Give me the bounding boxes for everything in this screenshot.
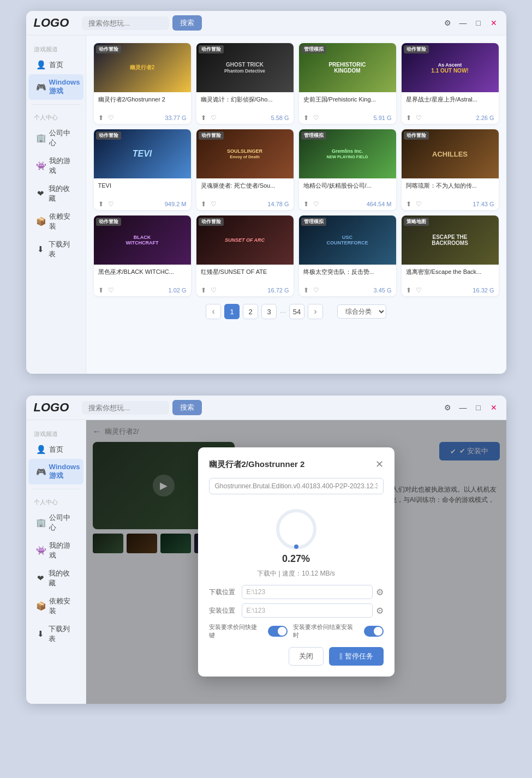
game-card-8[interactable]: 动作冒险 BLACKWITCHCRAFT 黑色巫术/BLACK WITCHC..… [94,216,191,296]
game-tag-11: 策略地图 [404,218,429,226]
modal-footer: 关闭 ‖ 暂停任务 [209,647,384,666]
like-icon-8: ♡ [108,286,114,294]
game-card-5[interactable]: 动作冒险 SOULSLINGEREnvoy of Death 灵魂驱使者: 死亡… [196,129,294,210]
sidebar-item-my-games[interactable]: 👾 我的游戏 [28,152,83,179]
modal-close-button[interactable]: ✕ [375,458,384,470]
like-icon-3: ♡ [416,114,422,122]
prev-page-btn[interactable]: ‹ [206,304,221,319]
download-modal: 幽灵行者2/Ghostrunner 2 ✕ Ghostrunner.Brutal… [198,447,394,677]
game-meta-5: ⬆ ♡ 14.78 G [201,200,289,208]
game-meta-4: ⬆ ♡ 949.2 M [98,200,187,208]
upload-icon-1: ⬆ [201,114,206,122]
heart-icon: ❤ [36,189,45,199]
page-btn-3[interactable]: 3 [261,304,277,319]
like-icon-11: ♡ [416,286,422,294]
install-path-row: 安装位置 ⚙ [209,603,384,618]
sidebar-item-dependencies[interactable]: 📦 依赖安装 [28,208,83,235]
sidebar-item-windows-games[interactable]: 🎮 Windows 游戏 [28,74,83,100]
search-input-1[interactable] [82,16,169,30]
titlebar-1: LOGO 搜索 ⚙ — □ ✕ [26,11,506,35]
sidebar-label-favorites-2: 我的收藏 [49,568,76,588]
game-size-4: 949.2 M [165,201,187,207]
page-btn-54[interactable]: 54 [289,304,304,319]
settings-icon-2[interactable]: ⚙ [443,403,453,412]
game-card-1[interactable]: 动作冒险 GHOST TRICKPhantom Detective 幽灵诡计：幻… [196,43,294,124]
game-info-2: 史前王国/Prehistoric King... ⬆ ♡ 5.91 G [299,92,396,124]
next-page-btn[interactable]: › [308,304,323,319]
minimize-button-2[interactable]: — [458,403,468,412]
sidebar-item-dependencies-2[interactable]: 📦 依赖安装 [28,593,83,620]
download-path-input[interactable] [242,585,373,599]
game-tag-2: 管理模拟 [301,45,326,53]
sidebar-item-home-2[interactable]: 👤 首页 [28,441,83,458]
search-button-2[interactable]: 搜索 [172,400,202,415]
game-card-10[interactable]: 管理模拟 USCCOUNTERFORCE 终极太空突击队：反击势... ⬆ ♡ … [299,216,396,296]
sidebar-item-favorites-2[interactable]: ❤ 我的收藏 [28,565,83,592]
search-input-2[interactable] [82,401,169,415]
toggle-thumb-1 [278,627,286,636]
home-icon: 👤 [36,60,46,70]
game-title-7: 阿喀琉斯：不为人知的传... [406,182,494,198]
sort-dropdown[interactable]: 综合分类 最新上架 最多下载 [337,304,386,319]
install-path-settings-icon[interactable]: ⚙ [376,606,384,616]
game-size-1: 5.58 G [271,115,289,121]
game-card-2[interactable]: 管理模拟 PREHISTORICKINGDOM 史前王国/Prehistoric… [299,43,396,124]
sidebar-item-windows-2[interactable]: 🎮 Windows 游戏 [28,459,83,484]
minimize-button-1[interactable]: — [458,18,468,28]
sidebar-item-home[interactable]: 👤 首页 [28,56,83,74]
toggle-shortcut[interactable] [268,626,288,637]
upload-icon-5: ⬆ [201,200,206,208]
logo-1: LOGO [34,16,69,30]
page-btn-2[interactable]: 2 [243,304,258,319]
download-icon-2: ⬇ [36,629,45,639]
game-card-11[interactable]: 策略地图 ESCAPE THEBACKROOMS 逃离密室/Escape the… [402,216,499,296]
content-area-2: ← 幽灵行者2/ ▶ [86,420,506,704]
sidebar-label-home: 首页 [49,60,63,70]
modal-cancel-button[interactable]: 关闭 [289,647,324,666]
modal-title: 幽灵行者2/Ghostrunner 2 [209,459,305,470]
game-card-0[interactable]: 动作冒险 幽灵行者2 幽灵行者2/Ghostrunner 2 ⬆ ♡ 33.77… [94,43,191,124]
sidebar-label-dependencies-2: 依赖安装 [49,596,76,616]
download-path-settings-icon[interactable]: ⚙ [376,587,384,597]
toggle-auto-install[interactable] [364,626,384,637]
close-button-2[interactable]: ✕ [489,403,499,412]
install-path-input[interactable] [242,603,373,618]
game-card-7[interactable]: 动作冒险 ACHILLES 阿喀琉斯：不为人知的传... ⬆ ♡ 17.43 G [402,129,499,210]
game-card-9[interactable]: 动作冒险 SUNSET OF ARC 红矮星/SUNSET OF ATE ⬆ ♡… [196,216,294,296]
game-thumb-3: 动作冒险 As Ascent1.1 OUT NOW! [402,43,499,92]
game-card-6[interactable]: 管理模拟 Gremlins Inc.NEW PLAYING FIELD 地精公司… [299,129,396,210]
progress-container: 0.27% [209,507,384,565]
sidebar-item-company-2[interactable]: 🏢 公司中心 [28,509,83,536]
game-card-4[interactable]: 动作冒险 TEVI TEVI ⬆ ♡ 949.2 M [94,129,191,210]
game-size-0: 33.77 G [165,115,186,121]
close-button-1[interactable]: ✕ [489,18,499,28]
sidebar-item-my-games-2[interactable]: 👾 我的游戏 [28,537,83,564]
game-info-6: 地精公司/妖精股份公司/... ⬆ ♡ 464.54 M [299,178,396,210]
game-meta-10: ⬆ ♡ 3.45 G [303,286,392,294]
sidebar-item-company[interactable]: 🏢 公司中心 [28,124,83,152]
game-info-10: 终极太空突击队：反击势... ⬆ ♡ 3.45 G [299,265,396,296]
game-card-3[interactable]: 动作冒险 As Ascent1.1 OUT NOW! 星界战士/星座上升/Ast… [402,43,499,124]
settings-icon-1[interactable]: ⚙ [443,18,453,28]
svg-point-2 [294,544,298,549]
game-thumb-1: 动作冒险 GHOST TRICKPhantom Detective [196,43,294,92]
game-info-4: TEVI ⬆ ♡ 949.2 M [94,178,191,210]
version-select[interactable]: Ghostrunner.Brutal.Edition.v0.40183.400-… [209,478,384,494]
game-size-10: 3.45 G [373,287,391,294]
sidebar-section-personal-2: 个人中心 [26,494,86,508]
modal-pause-button[interactable]: ‖ 暂停任务 [329,647,384,666]
game-meta-1: ⬆ ♡ 5.58 G [201,114,289,122]
sidebar-label-home-2: 首页 [49,445,63,454]
game-size-2: 5.91 G [373,115,391,121]
sidebar-label-my-games: 我的游戏 [49,156,76,176]
search-button-1[interactable]: 搜索 [172,15,202,31]
game-size-3: 2.26 G [476,115,494,121]
like-icon-7: ♡ [416,200,422,208]
maximize-button-2[interactable]: □ [474,403,483,412]
maximize-button-1[interactable]: □ [474,18,483,28]
page-btn-1[interactable]: 1 [224,304,240,319]
sidebar-item-downloads[interactable]: ⬇ 下载列表 [28,236,83,263]
sidebar-item-downloads-2[interactable]: ⬇ 下载列表 [28,620,83,648]
sidebar-item-favorites[interactable]: ❤ 我的收藏 [28,180,83,207]
game-title-5: 灵魂驱使者: 死亡使者/Sou... [201,182,289,198]
